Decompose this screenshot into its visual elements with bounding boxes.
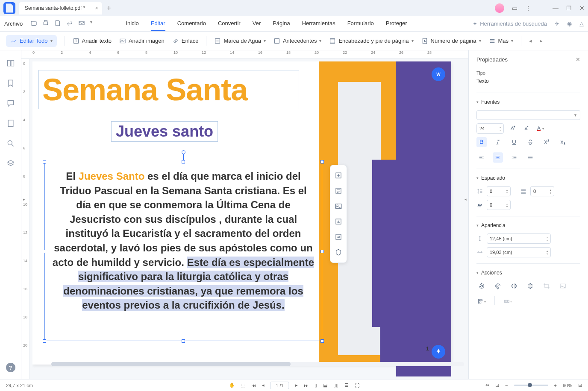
watermark-button[interactable]: Marca de Agua▾ [214, 38, 265, 44]
increase-font-icon[interactable]: + [507, 123, 517, 134]
maximize-icon[interactable]: ☐ [566, 5, 572, 12]
resize-handle-sw[interactable] [43, 339, 46, 343]
layers-icon[interactable] [6, 159, 15, 169]
body-text-box[interactable]: El Jueves Santo es el día que marca el i… [44, 162, 322, 341]
email-icon[interactable] [78, 20, 85, 28]
tab-ver[interactable]: Ver [253, 17, 261, 31]
open-icon[interactable] [30, 20, 37, 28]
document-tab[interactable]: Semana santa-folleto.pdf * × [19, 2, 102, 15]
flip-h-icon[interactable] [509, 281, 519, 291]
page-number-button[interactable]: 1Número de página▾ [421, 38, 481, 44]
zoom-slider[interactable] [514, 385, 548, 386]
fonts-section-header[interactable]: Fuentes [476, 99, 580, 105]
print-icon[interactable] [42, 20, 49, 28]
para-spacing-input[interactable]: 0▴▾ [530, 186, 554, 196]
zoom-in-icon[interactable]: + [554, 383, 557, 388]
char-spacing-input[interactable]: 0▴▾ [487, 200, 511, 210]
close-tab-icon[interactable]: × [95, 5, 98, 11]
continuous-icon[interactable]: ⬓ [323, 382, 327, 388]
width-input[interactable]: 19,03 (cm)▴▾ [487, 247, 551, 257]
align-justify-icon[interactable] [525, 152, 535, 163]
resize-handle-s[interactable] [182, 339, 185, 343]
flip-v-icon[interactable] [525, 281, 535, 291]
word-export-badge[interactable]: W [432, 67, 445, 81]
tab-convertir[interactable]: Convertir [218, 17, 241, 31]
page-input[interactable]: 1 /1 [270, 382, 289, 389]
decrease-font-icon[interactable]: - [521, 123, 531, 134]
search-icon[interactable] [6, 139, 15, 149]
thumbnails-icon[interactable] [6, 59, 15, 69]
float-text-icon[interactable] [330, 183, 347, 198]
minimize-icon[interactable]: — [553, 5, 559, 12]
comments-icon[interactable] [6, 99, 15, 109]
subtitle-text-box[interactable]: Jueves santo [111, 121, 218, 142]
close-window-icon[interactable]: ✕ [579, 5, 585, 12]
user-avatar[interactable] [495, 3, 504, 13]
new-tab-button[interactable]: + [106, 4, 111, 13]
subscript-icon[interactable]: 2 [558, 137, 568, 147]
edit-all-button[interactable]: Editar Todo▾ [6, 35, 57, 47]
background-button[interactable]: Antecedentes▾ [273, 38, 322, 44]
prev-page-icon[interactable]: ◂ [262, 382, 265, 388]
header-footer-button[interactable]: Encabezado y pie de página▾ [329, 38, 413, 44]
bold-icon[interactable] [476, 137, 487, 147]
zoom-reset-icon[interactable]: ⊞ [578, 382, 582, 388]
bookmarks-icon[interactable] [6, 79, 15, 89]
more-button[interactable]: Más▾ [489, 38, 514, 44]
scrollbar-thumb[interactable] [51, 362, 291, 366]
tab-formulario[interactable]: Formulario [347, 17, 374, 31]
superscript-icon[interactable]: 2 [541, 137, 552, 147]
actions-section-header[interactable]: Acciones [476, 270, 580, 276]
float-chart-icon[interactable] [330, 214, 347, 229]
float-add-icon[interactable] [330, 168, 347, 183]
scroll-right-icon[interactable]: ▸ [540, 38, 543, 44]
tab-pagina[interactable]: Página [273, 17, 290, 31]
italic-icon[interactable] [493, 137, 503, 147]
float-settings-icon[interactable] [330, 245, 347, 260]
chat-icon[interactable]: ▭ [512, 5, 517, 12]
spacing-section-header[interactable]: Espaciado [476, 175, 580, 181]
attachments-icon[interactable] [6, 119, 15, 129]
height-input[interactable]: 12,45 (cm)▴▾ [487, 233, 551, 244]
qat-dropdown-icon[interactable]: ▾ [90, 20, 92, 28]
two-page-icon[interactable]: ▯▯ [333, 382, 338, 388]
fullscreen-icon[interactable]: ⛶ [355, 383, 359, 388]
align-right-icon[interactable] [509, 152, 519, 163]
resize-handle-e[interactable] [320, 250, 324, 253]
help-icon[interactable]: ? [6, 363, 15, 372]
fit-page-icon[interactable]: ⊡ [495, 382, 499, 388]
cloud-icon[interactable]: ◉ [567, 20, 572, 27]
first-page-icon[interactable]: ⏮ [251, 383, 256, 388]
add-image-button[interactable]: Añadir imagen [119, 38, 165, 44]
resize-handle-n[interactable] [182, 160, 185, 163]
single-page-icon[interactable]: ▯ [315, 382, 317, 388]
strikethrough-icon[interactable] [525, 137, 535, 147]
scroll-left-icon[interactable]: ◂ [529, 38, 532, 44]
undo-icon[interactable] [66, 20, 73, 28]
read-mode-icon[interactable]: ☰ [344, 382, 349, 388]
kebab-menu-icon[interactable]: ⋮ [525, 5, 531, 12]
align-center-icon[interactable] [493, 152, 503, 163]
collapse-ribbon-icon[interactable]: △ [579, 20, 584, 27]
float-ai-icon[interactable]: AI [330, 229, 347, 245]
title-text-box[interactable]: Semana Santa [38, 70, 299, 109]
next-page-icon[interactable]: ▸ [295, 382, 298, 388]
font-color-icon[interactable]: ▾ [535, 123, 545, 134]
document-page[interactable]: W Semana Santa Jueves santo El Jueves Sa… [32, 61, 451, 365]
tab-herramientas[interactable]: Herramientas [302, 17, 335, 31]
file-menu[interactable]: Archivo [4, 20, 23, 27]
underline-icon[interactable] [509, 137, 519, 147]
select-tool-icon[interactable]: ⬚ [241, 382, 245, 388]
tab-inicio[interactable]: Inicio [126, 17, 138, 31]
font-family-select[interactable]: ▾ [476, 110, 580, 120]
float-image-icon[interactable] [330, 198, 347, 214]
align-objects-icon[interactable]: ▾ [476, 296, 487, 306]
share-icon[interactable]: ✈ [555, 20, 559, 27]
line-spacing-input[interactable]: 0▴▾ [487, 186, 511, 196]
tab-proteger[interactable]: Proteger [386, 17, 407, 31]
ai-badge[interactable] [432, 345, 445, 359]
resize-handle-ne[interactable] [320, 160, 324, 163]
rotate-left-icon[interactable] [476, 281, 487, 291]
fit-width-icon[interactable]: ⇔ [485, 382, 489, 388]
save-icon[interactable] [54, 20, 61, 28]
